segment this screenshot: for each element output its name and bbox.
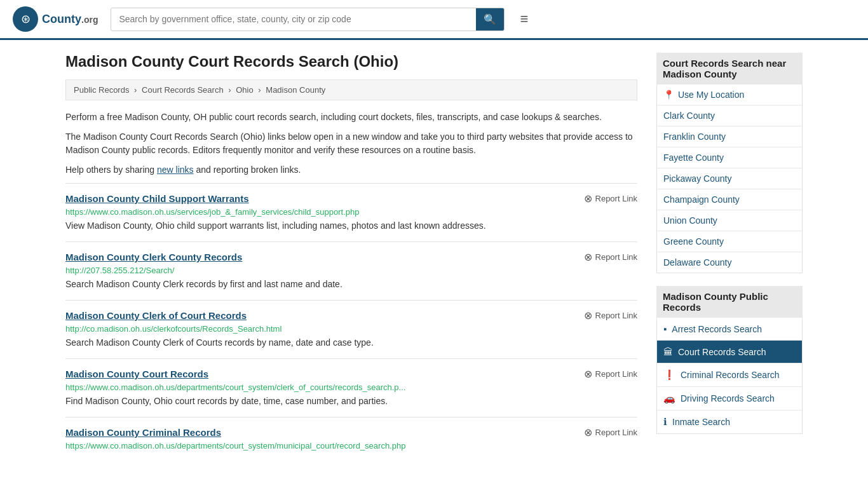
pub-records-item[interactable]: ▪Arrest Records Search: [657, 318, 802, 341]
main-container: Madison County Court Records Search (Ohi…: [53, 40, 815, 475]
breadcrumb-public-records[interactable]: Public Records: [74, 85, 129, 95]
result-title-4[interactable]: Madison County Criminal Records: [65, 427, 221, 438]
result-url-3: https://www.co.madison.oh.us/departments…: [65, 383, 637, 392]
report-icon-2: ⊗: [584, 309, 592, 322]
results-list: Madison County Child Support Warrants ⊗ …: [65, 183, 637, 462]
nearby-list: 📍 Use My Location Clark CountyFranklin C…: [656, 85, 803, 273]
public-records-title: Madison County Public Records: [656, 286, 803, 318]
nearby-county-link-0[interactable]: Clark County: [657, 105, 802, 126]
report-link-1[interactable]: ⊗ Report Link: [584, 251, 637, 263]
pub-records-label-2: Criminal Records Search: [681, 370, 780, 380]
nearby-county-item[interactable]: Pickaway County: [657, 168, 802, 189]
breadcrumb-ohio[interactable]: Ohio: [236, 85, 253, 95]
description2: The Madison County Court Records Search …: [65, 130, 637, 157]
pub-records-link-0[interactable]: ▪Arrest Records Search: [657, 318, 802, 340]
rec-icon-2: ❗: [663, 369, 675, 381]
result-url-0: https://www.co.madison.oh.us/services/jo…: [65, 207, 637, 217]
nearby-county-link-7[interactable]: Delaware County: [657, 252, 802, 273]
page-title: Madison County Court Records Search (Ohi…: [65, 53, 637, 71]
nearby-county-link-3[interactable]: Pickaway County: [657, 168, 802, 189]
use-location-item[interactable]: 📍 Use My Location: [657, 85, 802, 105]
pub-records-item[interactable]: ℹInmate Search: [657, 410, 802, 433]
result-header: Madison County Criminal Records ⊗ Report…: [65, 426, 637, 438]
nearby-county-link-1[interactable]: Franklin County: [657, 126, 802, 147]
public-records-section: Madison County Public Records ▪Arrest Re…: [656, 286, 803, 434]
result-item: Madison County Court Records ⊗ Report Li…: [65, 358, 637, 417]
result-item: Madison County Clerk County Records ⊗ Re…: [65, 241, 637, 300]
pub-records-link-1[interactable]: 🏛Court Records Search: [657, 341, 802, 363]
nearby-county-item[interactable]: Fayette County: [657, 147, 802, 168]
nearby-county-item[interactable]: Clark County: [657, 105, 802, 126]
result-header: Madison County Clerk of Court Records ⊗ …: [65, 309, 637, 322]
report-icon-1: ⊗: [584, 251, 592, 263]
search-button[interactable]: 🔍: [476, 8, 504, 30]
nearby-counties: Clark CountyFranklin CountyFayette Count…: [657, 105, 802, 273]
result-title-0[interactable]: Madison County Child Support Warrants: [65, 193, 249, 204]
pub-records-item[interactable]: ❗Criminal Records Search: [657, 363, 802, 387]
description1: Perform a free Madison County, OH public…: [65, 111, 637, 124]
new-links-link[interactable]: new links: [157, 165, 194, 175]
rec-icon-0: ▪: [663, 323, 667, 334]
rec-icon-1: 🏛: [663, 346, 673, 357]
pub-records-label-1: Court Records Search: [678, 347, 766, 357]
pub-records-link-4[interactable]: ℹInmate Search: [657, 410, 802, 433]
logo[interactable]: ⊛ County.org: [13, 6, 98, 32]
pub-records-item[interactable]: 🚗Driving Records Search: [657, 387, 802, 410]
result-item: Madison County Child Support Warrants ⊗ …: [65, 183, 637, 241]
search-input[interactable]: [111, 9, 476, 29]
nearby-county-item[interactable]: Champaign County: [657, 189, 802, 210]
pub-records-label-0: Arrest Records Search: [672, 324, 762, 334]
report-icon-3: ⊗: [584, 368, 592, 380]
report-icon-0: ⊗: [584, 193, 592, 205]
report-link-0[interactable]: ⊗ Report Link: [584, 193, 637, 205]
result-title-1[interactable]: Madison County Clerk County Records: [65, 252, 242, 262]
nearby-county-item[interactable]: Greene County: [657, 231, 802, 252]
result-desc-3: Find Madison County, Ohio court records …: [65, 395, 637, 408]
result-desc-2: Search Madison County Clerk of Courts re…: [65, 336, 637, 349]
result-url-2: http://co.madison.oh.us/clerkofcourts/Re…: [65, 324, 637, 334]
pub-records-link-2[interactable]: ❗Criminal Records Search: [657, 363, 802, 386]
header: ⊛ County.org 🔍 ≡: [0, 0, 868, 40]
nearby-county-link-5[interactable]: Union County: [657, 210, 802, 231]
logo-org: .org: [81, 15, 98, 25]
menu-button[interactable]: ≡: [517, 8, 531, 30]
nearby-county-item[interactable]: Delaware County: [657, 252, 802, 273]
breadcrumb: Public Records › Court Records Search › …: [65, 79, 637, 100]
nearby-section: Court Records Search near Madison County…: [656, 53, 803, 273]
breadcrumb-court-records[interactable]: Court Records Search: [142, 85, 224, 95]
breadcrumb-madison[interactable]: Madison County: [266, 85, 325, 95]
result-desc-1: Search Madison County Clerk records by f…: [65, 278, 637, 291]
result-item: Madison County Clerk of Court Records ⊗ …: [65, 300, 637, 358]
public-records-list: ▪Arrest Records Search🏛Court Records Sea…: [656, 318, 803, 434]
search-bar: 🔍: [111, 8, 505, 31]
nearby-county-item[interactable]: Franklin County: [657, 126, 802, 147]
description3: Help others by sharing new links and rep…: [65, 163, 637, 177]
report-link-3[interactable]: ⊗ Report Link: [584, 368, 637, 380]
result-desc-0: View Madison County, Ohio child support …: [65, 219, 637, 233]
use-location-btn[interactable]: 📍 Use My Location: [657, 85, 802, 105]
nearby-county-link-6[interactable]: Greene County: [657, 231, 802, 252]
pub-records-item[interactable]: 🏛Court Records Search: [657, 341, 802, 363]
result-header: Madison County Court Records ⊗ Report Li…: [65, 368, 637, 380]
rec-icon-4: ℹ: [663, 416, 667, 428]
location-icon: 📍: [663, 90, 674, 100]
content-area: Madison County Court Records Search (Ohi…: [65, 53, 637, 462]
report-label-3: Report Link: [595, 369, 637, 379]
report-link-2[interactable]: ⊗ Report Link: [584, 309, 637, 322]
nearby-county-item[interactable]: Union County: [657, 210, 802, 231]
result-title-2[interactable]: Madison County Clerk of Court Records: [65, 310, 247, 321]
report-link-4[interactable]: ⊗ Report Link: [584, 426, 637, 438]
report-label-4: Report Link: [595, 428, 637, 437]
rec-icon-3: 🚗: [663, 393, 675, 404]
result-url-1: http://207.58.255.212/Search/: [65, 266, 637, 275]
nearby-title: Court Records Search near Madison County: [656, 53, 803, 85]
nearby-county-link-2[interactable]: Fayette County: [657, 147, 802, 168]
pub-records-link-3[interactable]: 🚗Driving Records Search: [657, 387, 802, 410]
pub-records-label-3: Driving Records Search: [681, 393, 775, 403]
pub-records-label-4: Inmate Search: [672, 417, 730, 427]
result-title-3[interactable]: Madison County Court Records: [65, 369, 208, 379]
nearby-county-link-4[interactable]: Champaign County: [657, 189, 802, 210]
report-label-2: Report Link: [595, 311, 637, 320]
report-label-1: Report Link: [595, 252, 637, 262]
result-header: Madison County Clerk County Records ⊗ Re…: [65, 251, 637, 263]
